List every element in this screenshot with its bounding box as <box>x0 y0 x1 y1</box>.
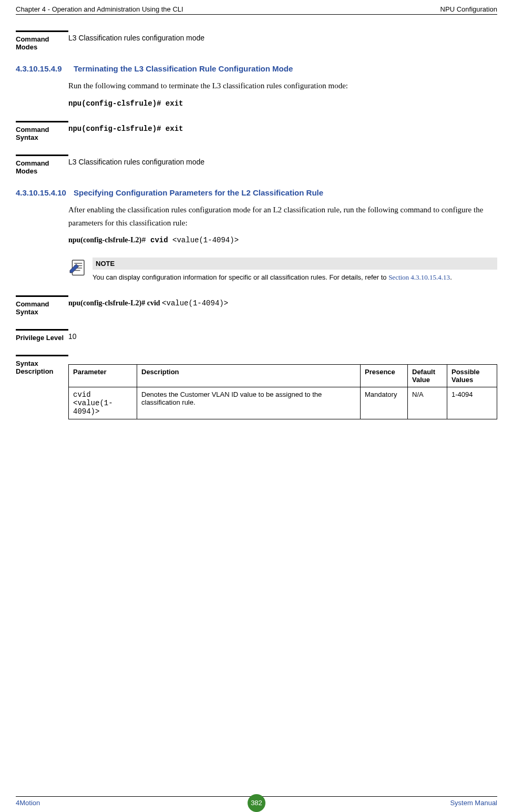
command-syntax-text: npu(config-clsfrule-L2)# cvid <value(1-4… <box>68 295 497 316</box>
cell-default: N/A <box>408 387 447 419</box>
col-possible: Possible Values <box>447 365 497 387</box>
command-syntax-block-2: Command Syntax npu(config-clsfrule-L2)# … <box>16 295 497 316</box>
section-number: 4.3.10.15.4.9 <box>16 64 74 73</box>
note-text: You can display configuration informatio… <box>93 270 497 282</box>
command-example-2: npu(config-clsfrule-L2)# cvid <value(1-4… <box>68 235 497 244</box>
cmd-arg: <value(1-4094)> <box>172 236 239 244</box>
table-row: cvid <value(1-4094)> Denotes the Custome… <box>69 387 497 419</box>
command-text: npu(config-clsfrule)# exit <box>68 99 183 108</box>
col-presence: Presence <box>361 365 408 387</box>
privilege-level-label: Privilege Level <box>16 329 68 342</box>
cell-parameter: cvid <value(1-4094)> <box>69 387 137 419</box>
command-modes-label: Command Modes <box>16 155 68 175</box>
syntax-description-label: Syntax Description <box>16 355 68 419</box>
table-header-row: Parameter Description Presence Default V… <box>69 365 497 387</box>
command-example-1: npu(config-clsfrule)# exit <box>68 99 497 108</box>
section-title: Specifying Configuration Parameters for … <box>74 188 497 197</box>
command-modes-block-2: Command Modes L3 Classification rules co… <box>16 155 497 175</box>
section-body: After enabling the classification rules … <box>68 203 497 230</box>
col-description: Description <box>137 365 361 387</box>
section-title: Terminating the L3 Classification Rule C… <box>74 64 497 73</box>
command-syntax-label: Command Syntax <box>16 295 68 316</box>
cmd-keyword: cvid <box>150 236 172 244</box>
col-default: Default Value <box>408 365 447 387</box>
command-modes-label: Command Modes <box>16 30 68 51</box>
header-right: NPU Configuration <box>440 5 497 13</box>
section-heading-2: 4.3.10.15.4.10 Specifying Configuration … <box>16 188 497 197</box>
cmd-hash: # <box>141 236 150 244</box>
syntax-table: Parameter Description Presence Default V… <box>68 364 497 419</box>
note-icon <box>68 259 87 277</box>
cmd-prefix: npu(config-clsfrule-L2) <box>68 236 141 244</box>
section-number: 4.3.10.15.4.10 <box>16 188 74 197</box>
command-modes-block-1: Command Modes L3 Classification rules co… <box>16 30 497 51</box>
syntax-description-content: Parameter Description Presence Default V… <box>68 355 497 419</box>
command-syntax-label: Command Syntax <box>16 121 68 141</box>
footer-right: System Manual <box>450 799 497 807</box>
note-title: NOTE <box>93 258 497 270</box>
section-link[interactable]: Section 4.3.10.15.4.13 <box>388 273 450 281</box>
footer-center: 382 <box>248 794 265 812</box>
cell-description: Denotes the Customer VLAN ID value to be… <box>137 387 361 419</box>
command-modes-text: L3 Classification rules configuration mo… <box>68 30 497 51</box>
section-body: Run the following command to terminate t… <box>68 79 497 92</box>
cell-possible: 1-4094 <box>447 387 497 419</box>
page-footer: 4Motion 382 System Manual <box>16 796 497 807</box>
command-modes-text: L3 Classification rules configuration mo… <box>68 155 497 175</box>
page-number-badge: 382 <box>248 794 265 812</box>
command-syntax-block-1: Command Syntax npu(config-clsfrule)# exi… <box>16 121 497 141</box>
footer-left: 4Motion <box>16 799 40 807</box>
command-syntax-text: npu(config-clsfrule)# exit <box>68 121 497 141</box>
note-block: NOTE You can display configuration infor… <box>68 258 497 282</box>
header-left: Chapter 4 - Operation and Administration… <box>16 5 183 13</box>
privilege-level-text: 10 <box>68 329 497 342</box>
col-parameter: Parameter <box>69 365 137 387</box>
section-heading-1: 4.3.10.15.4.9 Terminating the L3 Classif… <box>16 64 497 73</box>
privilege-level-block: Privilege Level 10 <box>16 329 497 342</box>
page-header: Chapter 4 - Operation and Administration… <box>16 5 497 15</box>
syntax-description-block: Syntax Description Parameter Description… <box>16 355 497 419</box>
cell-presence: Mandatory <box>361 387 408 419</box>
